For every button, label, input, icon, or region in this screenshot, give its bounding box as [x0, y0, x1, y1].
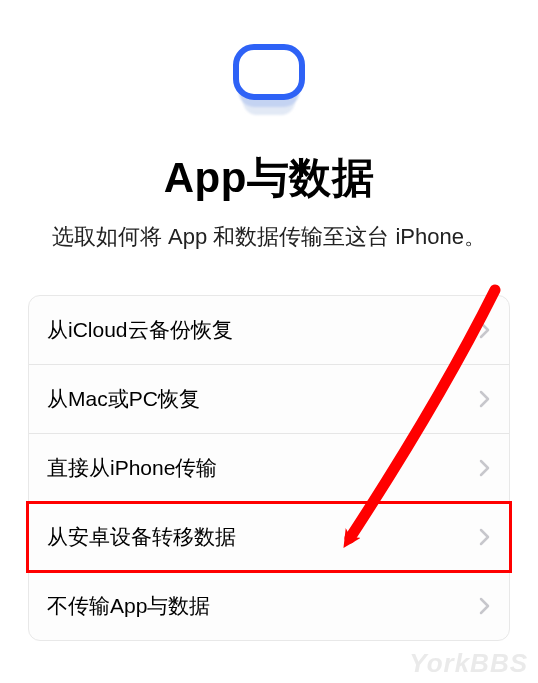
options-list: 从iCloud云备份恢复 从Mac或PC恢复 直接从iPhone传输 从安卓设备… — [28, 295, 510, 641]
option-restore-icloud[interactable]: 从iCloud云备份恢复 — [29, 296, 509, 365]
chevron-right-icon — [479, 321, 491, 339]
chevron-right-icon — [479, 390, 491, 408]
option-transfer-iphone[interactable]: 直接从iPhone传输 — [29, 434, 509, 503]
option-label: 从Mac或PC恢复 — [47, 385, 200, 413]
option-label: 直接从iPhone传输 — [47, 454, 217, 482]
option-label: 从iCloud云备份恢复 — [47, 316, 233, 344]
option-restore-mac-pc[interactable]: 从Mac或PC恢复 — [29, 365, 509, 434]
app-data-stack-icon — [219, 30, 319, 130]
chevron-right-icon — [479, 528, 491, 546]
page-title: App与数据 — [164, 150, 375, 206]
svg-rect-2 — [236, 47, 302, 97]
option-dont-transfer[interactable]: 不传输App与数据 — [29, 572, 509, 640]
chevron-right-icon — [479, 459, 491, 477]
option-label: 从安卓设备转移数据 — [47, 523, 236, 551]
option-label: 不传输App与数据 — [47, 592, 210, 620]
page-subtitle: 选取如何将 App 和数据传输至这台 iPhone。 — [52, 222, 486, 253]
chevron-right-icon — [479, 597, 491, 615]
option-move-from-android[interactable]: 从安卓设备转移数据 — [29, 503, 509, 572]
